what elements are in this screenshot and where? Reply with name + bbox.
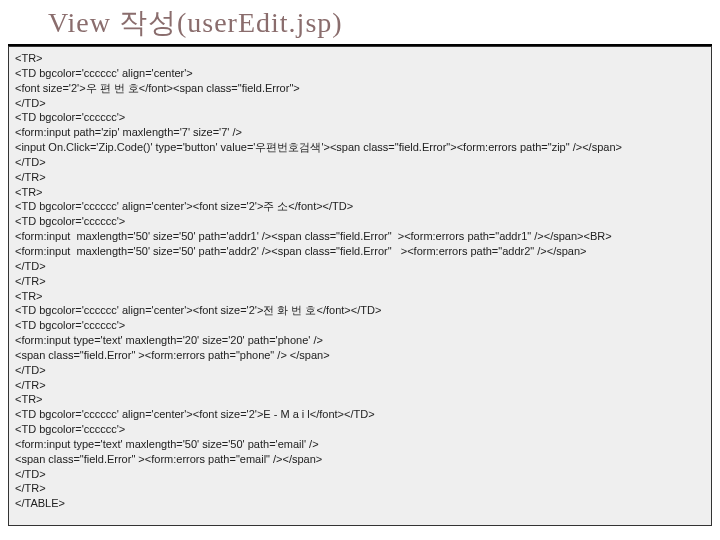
- code-block: <TR> <TD bgcolor='cccccc' align='center'…: [8, 46, 712, 526]
- slide-container: View 작성(userEdit.jsp) <TR> <TD bgcolor='…: [0, 0, 720, 540]
- page-title: View 작성(userEdit.jsp): [0, 0, 720, 42]
